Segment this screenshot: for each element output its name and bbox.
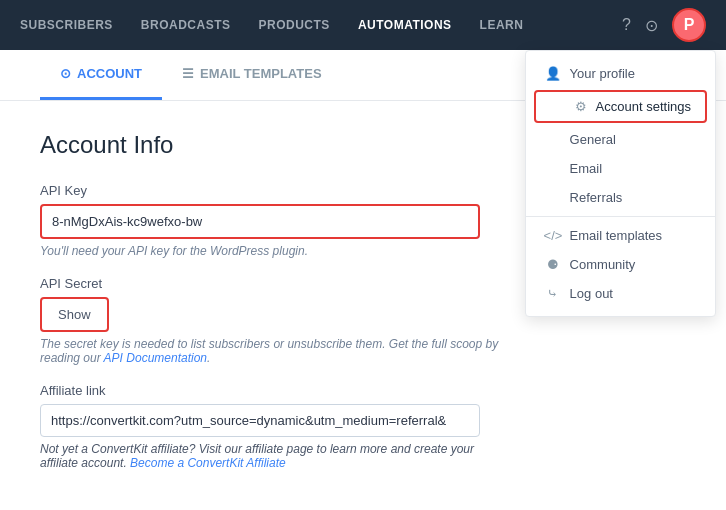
code-icon: </> (544, 228, 562, 243)
dropdown-email-templates[interactable]: </> Email templates (526, 221, 715, 250)
dropdown-account-settings[interactable]: ⚙ Account settings (534, 90, 707, 123)
search-icon[interactable]: ⊙ (645, 16, 658, 35)
dropdown-your-profile[interactable]: 👤 Your profile (526, 59, 715, 88)
affiliate-note: Not yet a ConvertKit affiliate? Visit ou… (40, 442, 500, 470)
nav-products[interactable]: PRODUCTS (259, 18, 330, 32)
account-icon: ⊙ (60, 66, 71, 81)
api-secret-label: API Secret (40, 276, 500, 291)
main-content: Account Info API Key You'll need your AP… (0, 101, 540, 510)
affiliate-link-cta[interactable]: Become a ConvertKit Affiliate (130, 456, 286, 470)
nav-broadcasts[interactable]: BROADCASTS (141, 18, 231, 32)
dropdown-general[interactable]: General (526, 125, 715, 154)
dropdown-menu: 👤 Your profile ⚙ Account settings Genera… (525, 50, 716, 317)
api-docs-link[interactable]: API Documentation (104, 351, 207, 365)
person-icon: 👤 (544, 66, 562, 81)
api-secret-note: The secret key is needed to list subscri… (40, 337, 500, 365)
api-key-group: API Key You'll need your API key for the… (40, 183, 500, 258)
top-nav: SUBSCRIBERS BROADCASTS PRODUCTS AUTOMATI… (0, 0, 726, 50)
dropdown-logout[interactable]: ⤷ Log out (526, 279, 715, 308)
api-key-label: API Key (40, 183, 500, 198)
email-templates-icon: ☰ (182, 66, 194, 81)
dropdown-referrals[interactable]: Referrals (526, 183, 715, 212)
nav-learn[interactable]: LEARN (480, 18, 524, 32)
affiliate-link-input[interactable] (40, 404, 480, 437)
page-title: Account Info (40, 131, 500, 159)
community-icon: ⚈ (544, 257, 562, 272)
affiliate-link-group: Affiliate link Not yet a ConvertKit affi… (40, 383, 500, 470)
help-icon[interactable]: ? (622, 16, 631, 34)
api-secret-group: API Secret Show The secret key is needed… (40, 276, 500, 365)
nav-subscribers[interactable]: SUBSCRIBERS (20, 18, 113, 32)
logout-icon: ⤷ (544, 286, 562, 301)
show-secret-button[interactable]: Show (40, 297, 109, 332)
tab-account[interactable]: ⊙ ACCOUNT (40, 50, 162, 100)
nav-automations[interactable]: AUTOMATIONS (358, 18, 452, 32)
dropdown-community[interactable]: ⚈ Community (526, 250, 715, 279)
api-key-note: You'll need your API key for the WordPre… (40, 244, 500, 258)
dropdown-email[interactable]: Email (526, 154, 715, 183)
tab-email-templates[interactable]: ☰ EMAIL TEMPLATES (162, 50, 342, 100)
api-key-input[interactable] (40, 204, 480, 239)
divider (526, 216, 715, 217)
settings-icon: ⚙ (572, 99, 590, 114)
affiliate-link-label: Affiliate link (40, 383, 500, 398)
nav-items: SUBSCRIBERS BROADCASTS PRODUCTS AUTOMATI… (20, 18, 622, 32)
profile-button[interactable]: P (672, 8, 706, 42)
nav-right: ? ⊙ P (622, 8, 706, 42)
